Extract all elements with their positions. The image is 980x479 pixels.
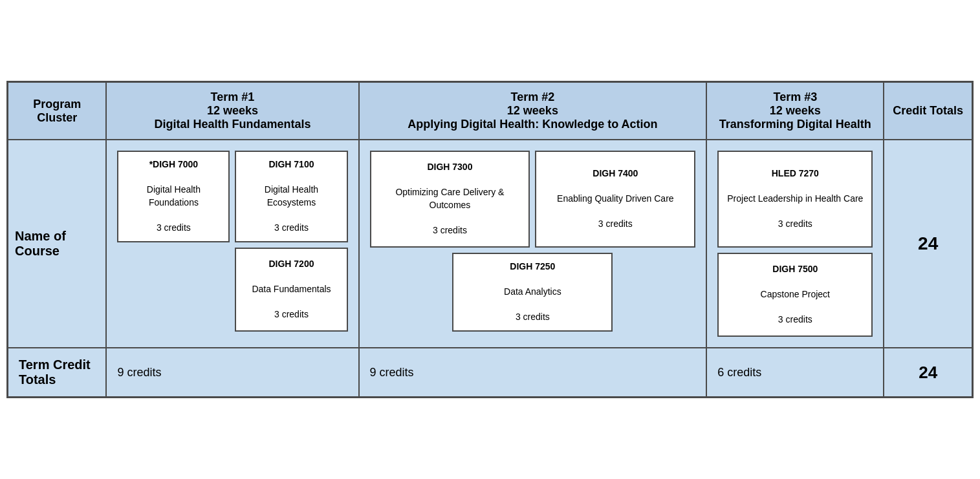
term2-header: Term #2 12 weeks Applying Digital Health…: [359, 82, 707, 140]
course-digh7200: DIGH 7200 Data Fundamentals 3 credits: [235, 248, 347, 332]
term2-course-boxes: DIGH 7300 Optimizing Care Delivery & Out…: [365, 145, 701, 337]
course-credit-total: 24: [884, 140, 972, 348]
name-of-course-label: Name of Course: [8, 140, 107, 348]
term3-courses-cell: HLED 7270 Project Leadership in Health C…: [706, 140, 884, 348]
term1-bottom-row: DIGH 7200 Data Fundamentals 3 credits: [117, 248, 347, 332]
term3-course-boxes: HLED 7270 Project Leadership in Health C…: [712, 145, 878, 342]
term-credit-totals-label: Term Credit Totals: [8, 348, 107, 398]
footer-row: Term Credit Totals 9 credits 9 credits 6…: [8, 348, 973, 398]
course-hled7270: HLED 7270 Project Leadership in Health C…: [717, 151, 873, 248]
credit-totals-header: Credit Totals: [884, 82, 972, 140]
course-digh7000: *DIGH 7000 Digital Health Foundations 3 …: [117, 151, 230, 242]
term3-credit-total: 6 credits: [706, 348, 884, 398]
term1-credit-total: 9 credits: [106, 348, 358, 398]
term1-courses-cell: *DIGH 7000 Digital Health Foundations 3 …: [106, 140, 358, 348]
course-row: Name of Course *DIGH 7000 Digital Health…: [8, 140, 973, 348]
course-digh7100: DIGH 7100 Digital Health Ecosystems 3 cr…: [235, 151, 347, 242]
term2-credit-total: 9 credits: [359, 348, 707, 398]
term2-top-row: DIGH 7300 Optimizing Care Delivery & Out…: [370, 151, 696, 248]
course-digh7400: DIGH 7400 Enabling Quality Driven Care 3…: [535, 151, 695, 248]
program-cluster-header: Program Cluster: [8, 82, 107, 140]
term1-header: Term #1 12 weeks Digital Health Fundamen…: [106, 82, 358, 140]
course-digh7250: DIGH 7250 Data Analytics 3 credits: [452, 253, 613, 332]
term1-course-boxes: *DIGH 7000 Digital Health Foundations 3 …: [112, 145, 353, 337]
term1-top-row: *DIGH 7000 Digital Health Foundations 3 …: [117, 151, 347, 242]
curriculum-table: Program Cluster Term #1 12 weeks Digital…: [6, 81, 974, 398]
course-digh7300: DIGH 7300 Optimizing Care Delivery & Out…: [370, 151, 530, 248]
header-row: Program Cluster Term #1 12 weeks Digital…: [8, 82, 973, 140]
term2-courses-cell: DIGH 7300 Optimizing Care Delivery & Out…: [359, 140, 707, 348]
footer-grand-total: 24: [884, 348, 972, 398]
term3-header: Term #3 12 weeks Transforming Digital He…: [706, 82, 884, 140]
term2-bottom-row: DIGH 7250 Data Analytics 3 credits: [370, 253, 696, 332]
course-digh7500: DIGH 7500 Capstone Project 3 credits: [717, 253, 873, 337]
